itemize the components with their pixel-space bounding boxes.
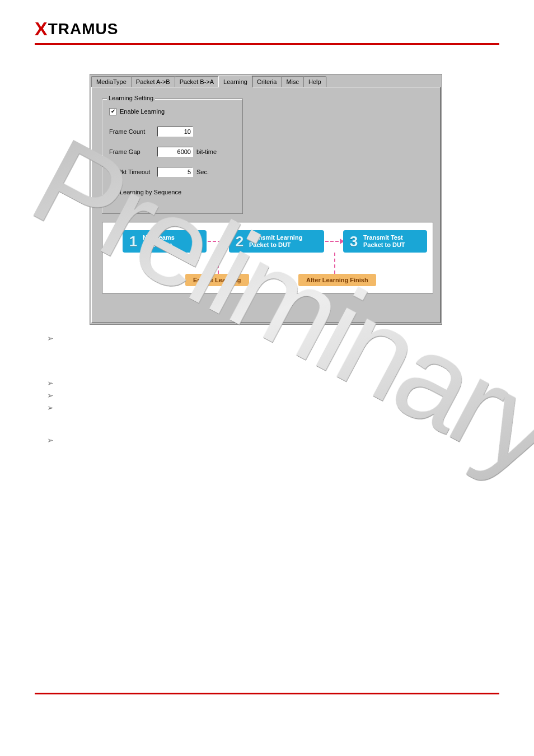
bullet-icon: ➢ xyxy=(45,379,54,391)
header: XTRAMUS xyxy=(0,0,534,40)
frame-count-label: Frame Count xyxy=(109,128,157,135)
diagram-step-1: 1 Nustreams Test Ports xyxy=(123,230,207,253)
screenshot-window: MediaType Packet A->B Packet B->A Learni… xyxy=(90,74,442,325)
step2-line2: Packet to DUT xyxy=(249,241,302,249)
diagram-step-3: 3 Transmit Test Packet to DUT xyxy=(343,230,427,253)
bullet-icon: ➢ xyxy=(45,436,54,448)
step3-line1: Transmit Test xyxy=(363,234,405,241)
enable-learning-checkbox[interactable] xyxy=(109,108,116,115)
tx-timeout-label: Tx Pkt Timeout xyxy=(109,169,157,175)
tab-mediatype[interactable]: MediaType xyxy=(91,76,132,87)
tab-packet-b-a[interactable]: Packet B->A xyxy=(175,76,219,87)
step2-line1: Transmit Learning xyxy=(249,234,302,241)
connector-2-icon xyxy=(334,253,335,274)
arrow-2-3-icon xyxy=(325,239,344,244)
tab-help[interactable]: Help xyxy=(303,76,326,87)
bullet-list: ➢ ➢ ➢ ➢ ➢ xyxy=(45,334,54,448)
tx-timeout-input[interactable] xyxy=(157,167,193,177)
diagram-step-2: 2 Transmit Learning Packet to DUT xyxy=(229,230,324,253)
step1-line2: Test Ports xyxy=(143,241,175,249)
brand-rest: TRAMUS xyxy=(48,20,119,38)
bullet-icon: ➢ xyxy=(45,334,54,346)
tab-criteria[interactable]: Criteria xyxy=(252,76,282,87)
enable-learning-label: Enable Learning xyxy=(120,108,165,115)
footer-rule xyxy=(35,693,499,694)
frame-gap-input[interactable] xyxy=(157,147,193,157)
tag-enable-learning: Enable Learning xyxy=(185,274,249,286)
learning-flow-diagram: 1 Nustreams Test Ports 2 Transmit Learni… xyxy=(102,222,433,293)
tab-misc[interactable]: Misc xyxy=(281,76,304,87)
arrow-1-2-icon xyxy=(208,239,227,244)
group-legend: Learning Setting xyxy=(107,95,155,101)
tx-timeout-unit: Sec. xyxy=(196,169,209,175)
tab-strip: MediaType Packet A->B Packet B->A Learni… xyxy=(90,74,442,87)
bullet-icon: ➢ xyxy=(45,391,54,403)
connector-1-icon xyxy=(218,253,219,274)
tab-packet-a-b[interactable]: Packet A->B xyxy=(131,76,175,87)
header-rule xyxy=(35,43,499,45)
tag-after-finish: After Learning Finish xyxy=(298,274,376,286)
bullet-icon: ➢ xyxy=(45,403,54,416)
frame-gap-label: Frame Gap xyxy=(109,148,157,155)
brand-logo: XTRAMUS xyxy=(35,20,118,38)
learning-setting-group: Learning Setting Enable Learning Frame C… xyxy=(102,99,243,214)
brand-prefix: X xyxy=(35,18,48,39)
learning-by-sequence-checkbox[interactable] xyxy=(109,189,116,196)
frame-gap-unit: bit-time xyxy=(196,148,217,155)
learning-by-sequence-label: Learning by Sequence xyxy=(120,189,181,195)
step1-number: 1 xyxy=(126,233,140,250)
step3-line2: Packet to DUT xyxy=(363,241,405,249)
step1-line1: Nustreams xyxy=(143,234,175,241)
tab-learning[interactable]: Learning xyxy=(218,76,252,87)
step2-number: 2 xyxy=(232,233,247,250)
frame-count-input[interactable] xyxy=(157,127,193,137)
tab-panel: Learning Setting Enable Learning Frame C… xyxy=(91,87,441,323)
step3-number: 3 xyxy=(346,233,361,250)
